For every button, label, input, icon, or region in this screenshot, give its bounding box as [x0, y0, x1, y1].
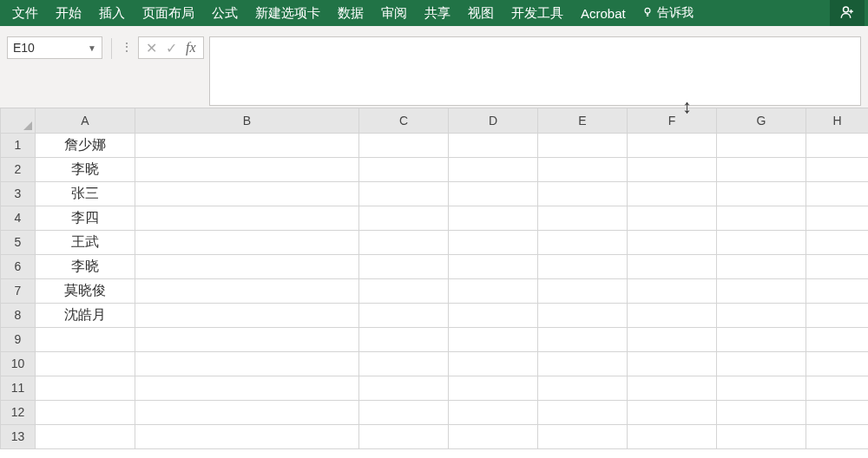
tab-share[interactable]: 共享 [416, 0, 459, 26]
cell[interactable] [717, 303, 806, 327]
formula-input[interactable] [209, 36, 861, 106]
cell[interactable] [806, 376, 869, 400]
cell[interactable] [538, 157, 628, 181]
cell[interactable] [449, 327, 538, 351]
cell[interactable] [135, 254, 359, 278]
row-header[interactable]: 9 [1, 327, 36, 351]
col-header-F[interactable]: F [628, 108, 717, 133]
cell[interactable] [538, 351, 628, 376]
tell-me-search[interactable]: 告诉我 [635, 5, 700, 21]
cell[interactable] [449, 278, 538, 303]
cell[interactable] [135, 376, 359, 400]
cell[interactable] [359, 230, 449, 254]
cell[interactable] [806, 206, 869, 230]
col-header-B[interactable]: B [135, 108, 359, 133]
cell[interactable] [628, 133, 717, 157]
row-header[interactable]: 10 [1, 351, 36, 376]
cell[interactable] [359, 254, 449, 278]
tab-view[interactable]: 视图 [459, 0, 503, 26]
cell[interactable] [449, 351, 538, 376]
cell[interactable] [359, 351, 449, 376]
cell[interactable] [359, 303, 449, 327]
cell[interactable] [135, 424, 359, 448]
cell[interactable] [449, 181, 538, 206]
cell[interactable] [449, 424, 538, 448]
cell[interactable] [538, 278, 628, 303]
share-button[interactable] [830, 0, 865, 26]
cell[interactable] [36, 351, 135, 376]
cell[interactable]: 沈皓月 [36, 303, 135, 327]
cell[interactable] [538, 206, 628, 230]
cell[interactable] [359, 376, 449, 400]
row-header[interactable]: 8 [1, 303, 36, 327]
cell[interactable] [717, 206, 806, 230]
cell[interactable] [449, 303, 538, 327]
cell[interactable] [359, 327, 449, 351]
row-header[interactable]: 13 [1, 424, 36, 448]
cell[interactable]: 李四 [36, 206, 135, 230]
select-all-corner[interactable] [1, 108, 36, 133]
cell[interactable] [135, 303, 359, 327]
cell[interactable] [135, 278, 359, 303]
cell[interactable] [359, 424, 449, 448]
cell[interactable] [806, 400, 869, 424]
fx-icon[interactable]: fx [186, 40, 196, 56]
row-header[interactable]: 7 [1, 278, 36, 303]
cell[interactable] [717, 230, 806, 254]
cell[interactable] [359, 157, 449, 181]
cell[interactable] [628, 351, 717, 376]
cell[interactable] [806, 230, 869, 254]
tab-review[interactable]: 审阅 [372, 0, 416, 26]
cell[interactable] [717, 376, 806, 400]
row-header[interactable]: 4 [1, 206, 36, 230]
cell[interactable] [538, 400, 628, 424]
tab-data[interactable]: 数据 [329, 0, 372, 26]
cell[interactable] [538, 303, 628, 327]
col-header-E[interactable]: E [538, 108, 628, 133]
cell[interactable] [628, 424, 717, 448]
cell[interactable] [628, 400, 717, 424]
row-header[interactable]: 6 [1, 254, 36, 278]
cell[interactable] [36, 327, 135, 351]
cell[interactable] [717, 400, 806, 424]
cell[interactable] [135, 400, 359, 424]
cell[interactable] [538, 230, 628, 254]
cell[interactable] [717, 133, 806, 157]
cell[interactable] [806, 157, 869, 181]
cell[interactable] [717, 254, 806, 278]
cell[interactable] [359, 400, 449, 424]
cell[interactable] [806, 181, 869, 206]
cell[interactable]: 李晓 [36, 254, 135, 278]
row-header[interactable]: 11 [1, 376, 36, 400]
row-header[interactable]: 3 [1, 181, 36, 206]
cell[interactable] [628, 303, 717, 327]
cell[interactable] [449, 400, 538, 424]
vertical-dots-icon[interactable]: ⋮ [121, 40, 133, 54]
cell[interactable] [806, 327, 869, 351]
cell[interactable] [449, 376, 538, 400]
cell[interactable] [806, 254, 869, 278]
cell[interactable] [449, 133, 538, 157]
cell[interactable] [538, 376, 628, 400]
cell[interactable] [717, 327, 806, 351]
col-header-G[interactable]: G [717, 108, 806, 133]
cell[interactable] [135, 206, 359, 230]
cell[interactable] [449, 206, 538, 230]
cell[interactable] [449, 157, 538, 181]
cell[interactable] [449, 254, 538, 278]
tab-page-layout[interactable]: 页面布局 [134, 0, 203, 26]
cell[interactable]: 詹少娜 [36, 133, 135, 157]
cell[interactable] [717, 351, 806, 376]
cell[interactable] [628, 327, 717, 351]
tab-insert[interactable]: 插入 [90, 0, 134, 26]
tab-custom[interactable]: 新建选项卡 [247, 0, 329, 26]
cell[interactable] [359, 133, 449, 157]
col-header-H[interactable]: H [806, 108, 869, 133]
cell[interactable]: 王武 [36, 230, 135, 254]
cell[interactable] [538, 133, 628, 157]
cell[interactable]: 李晓 [36, 157, 135, 181]
cell[interactable] [628, 254, 717, 278]
cell[interactable] [806, 424, 869, 448]
cell[interactable] [538, 424, 628, 448]
col-header-C[interactable]: C [359, 108, 449, 133]
